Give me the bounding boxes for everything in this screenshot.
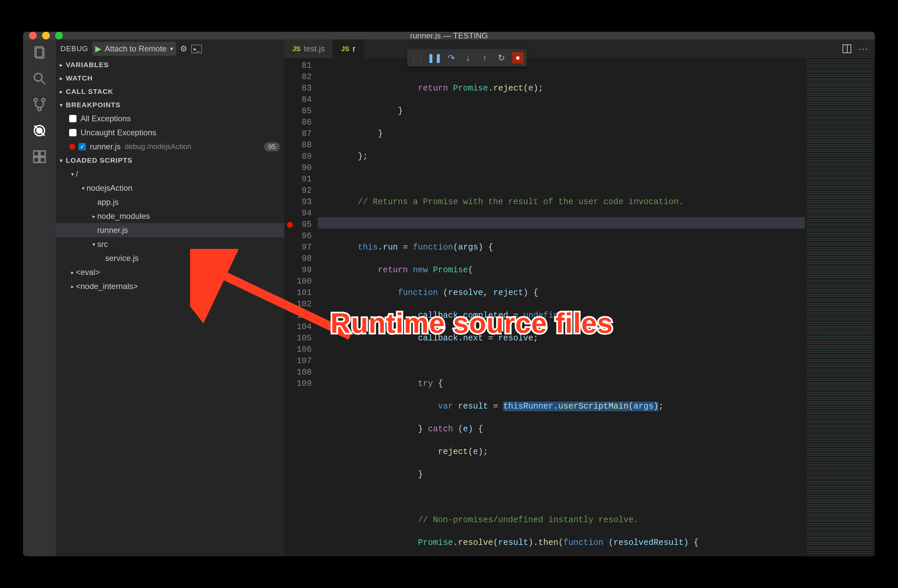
svg-rect-11 [34, 157, 39, 162]
svg-line-3 [42, 80, 45, 85]
svg-rect-10 [34, 151, 39, 156]
script-app-js[interactable]: app.js [56, 195, 284, 209]
pause-icon[interactable]: ❚❚ [429, 52, 441, 64]
step-into-icon[interactable]: ↓ [462, 52, 474, 64]
debug-toolbar-row: DEBUG ▶ Attach to Remote ▾ ⚙ ▸_ [56, 39, 284, 58]
svg-point-5 [42, 99, 45, 102]
debug-console-toggle-icon[interactable]: ▸_ [191, 45, 202, 53]
tab-test-js[interactable]: JStest.js [284, 39, 333, 58]
bp-runner-js[interactable]: ✓ runner.js debug:/nodejsAction 95 [56, 140, 284, 154]
bp-uncaught-exceptions[interactable]: Uncaught Exceptions [56, 126, 284, 140]
svg-rect-12 [40, 157, 45, 162]
breakpoints-section[interactable]: ▾BREAKPOINTS [56, 98, 284, 112]
restart-icon[interactable]: ↻ [495, 52, 507, 64]
svg-point-2 [34, 74, 42, 81]
search-icon[interactable] [31, 70, 48, 87]
chevron-down-icon: ▾ [170, 45, 173, 52]
minimap[interactable] [805, 58, 875, 556]
watch-section[interactable]: ▸WATCH [56, 71, 284, 85]
script-nodejsaction[interactable]: ▾nodejsAction [56, 181, 284, 195]
explorer-icon[interactable] [31, 44, 48, 61]
svg-line-14 [210, 269, 351, 336]
js-file-icon: JS [292, 45, 300, 53]
play-icon: ▶ [95, 44, 101, 54]
checkbox-unchecked-icon[interactable] [69, 115, 77, 122]
tab-runner-js[interactable]: JSr [333, 39, 363, 58]
debug-settings-gear-icon[interactable]: ⚙ [180, 44, 188, 54]
callstack-section[interactable]: ▸CALL STACK [56, 85, 284, 98]
editor-tabs: JStest.js JSr ··· [284, 39, 875, 58]
more-actions-icon[interactable]: ··· [859, 43, 868, 54]
script-root[interactable]: ▾/ [56, 167, 284, 181]
bp-all-exceptions[interactable]: All Exceptions [56, 112, 284, 126]
checkbox-unchecked-icon[interactable] [69, 129, 77, 136]
vscode-window: runner.js — TESTING [23, 32, 875, 556]
split-editor-icon[interactable] [843, 45, 851, 53]
svg-rect-13 [40, 151, 45, 156]
titlebar: runner.js — TESTING [23, 32, 875, 39]
checkbox-checked-icon[interactable]: ✓ [78, 143, 86, 150]
script-runner-js[interactable]: runner.js [56, 223, 284, 237]
step-over-icon[interactable]: ↷ [445, 52, 457, 64]
editor-group: JStest.js JSr ··· 8182838485868788899091… [284, 39, 875, 556]
launch-config-selector[interactable]: ▶ Attach to Remote ▾ [92, 42, 176, 56]
script-node-modules[interactable]: ▸node_modules [56, 209, 284, 223]
debug-icon[interactable] [31, 122, 48, 139]
launch-config-name: Attach to Remote [105, 44, 166, 54]
debug-label: DEBUG [60, 45, 88, 53]
variables-section[interactable]: ▸VARIABLES [56, 58, 284, 71]
debug-floating-toolbar[interactable]: ⋮⋮ ❚❚ ↷ ↓ ↑ ↻ ■ [407, 49, 527, 66]
stop-icon[interactable]: ■ [512, 52, 523, 63]
svg-point-4 [34, 99, 37, 102]
drag-handle-icon[interactable]: ⋮⋮ [411, 54, 424, 62]
annotation-arrow [190, 249, 364, 356]
line-badge: 95 [264, 142, 280, 151]
workbench: DEBUG ▶ Attach to Remote ▾ ⚙ ▸_ ▸VARIABL… [23, 39, 875, 556]
breakpoint-glyph-icon[interactable] [287, 222, 293, 228]
step-out-icon[interactable]: ↑ [479, 52, 491, 64]
window-title: runner.js — TESTING [23, 32, 875, 40]
loaded-scripts-section[interactable]: ▾LOADED SCRIPTS [56, 154, 284, 167]
source-control-icon[interactable] [31, 96, 48, 113]
extensions-icon[interactable] [31, 148, 48, 165]
breakpoint-dot-icon [69, 144, 75, 150]
annotation-label: Runtime source files [331, 307, 613, 339]
activity-bar [23, 39, 56, 556]
js-file-icon: JS [341, 45, 349, 53]
